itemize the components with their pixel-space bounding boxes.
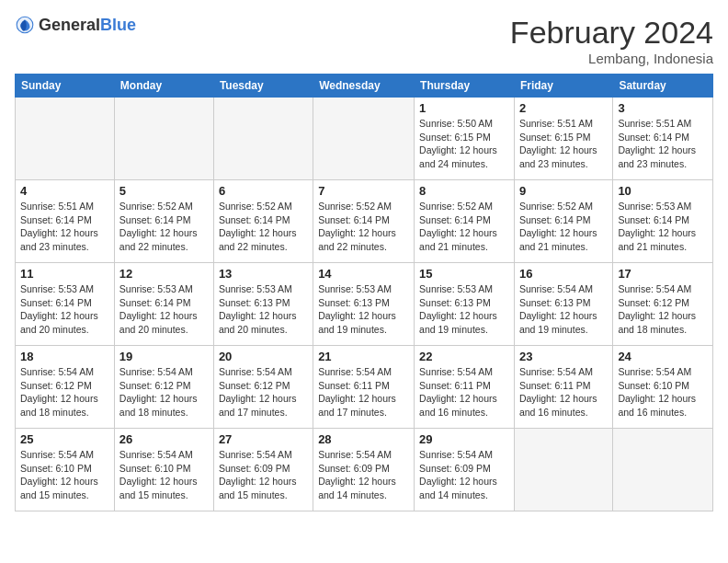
calendar-cell: 7Sunrise: 5:52 AMSunset: 6:14 PMDaylight… [313, 180, 415, 263]
day-info: Sunrise: 5:53 AMSunset: 6:14 PMDaylight:… [618, 200, 708, 254]
calendar-cell: 18Sunrise: 5:54 AMSunset: 6:12 PMDayligh… [16, 346, 115, 429]
day-number: 5 [119, 184, 209, 198]
calendar-cell [114, 98, 213, 180]
week-row-4: 18Sunrise: 5:54 AMSunset: 6:12 PMDayligh… [16, 346, 713, 429]
day-info: Sunrise: 5:54 AMSunset: 6:09 PMDaylight:… [419, 448, 509, 502]
day-info: Sunrise: 5:53 AMSunset: 6:13 PMDaylight:… [318, 282, 409, 337]
calendar-cell: 13Sunrise: 5:53 AMSunset: 6:13 PMDayligh… [213, 263, 313, 346]
calendar-cell: 11Sunrise: 5:53 AMSunset: 6:14 PMDayligh… [16, 263, 115, 346]
col-header-saturday: Saturday [613, 75, 713, 98]
day-number: 11 [20, 267, 109, 281]
calendar-cell: 6Sunrise: 5:52 AMSunset: 6:14 PMDaylight… [213, 180, 313, 263]
day-info: Sunrise: 5:52 AMSunset: 6:14 PMDaylight:… [318, 200, 409, 254]
calendar-cell: 3Sunrise: 5:51 AMSunset: 6:14 PMDaylight… [613, 98, 713, 180]
day-number: 29 [419, 432, 509, 446]
logo-icon [15, 15, 35, 35]
day-number: 25 [20, 432, 109, 446]
calendar-cell: 17Sunrise: 5:54 AMSunset: 6:12 PMDayligh… [613, 263, 713, 346]
day-number: 8 [419, 184, 509, 198]
day-number: 15 [419, 267, 509, 281]
day-number: 13 [219, 267, 308, 281]
day-number: 6 [219, 184, 308, 198]
calendar-cell: 22Sunrise: 5:54 AMSunset: 6:11 PMDayligh… [415, 346, 515, 429]
col-header-tuesday: Tuesday [213, 75, 313, 98]
calendar-cell: 12Sunrise: 5:53 AMSunset: 6:14 PMDayligh… [114, 263, 213, 346]
calendar-cell: 9Sunrise: 5:52 AMSunset: 6:14 PMDaylight… [514, 180, 612, 263]
day-number: 2 [519, 101, 608, 115]
week-row-3: 11Sunrise: 5:53 AMSunset: 6:14 PMDayligh… [16, 263, 713, 346]
day-info: Sunrise: 5:54 AMSunset: 6:11 PMDaylight:… [419, 365, 509, 419]
calendar-cell [613, 429, 713, 511]
day-number: 21 [318, 350, 409, 363]
day-info: Sunrise: 5:54 AMSunset: 6:09 PMDaylight:… [219, 448, 308, 502]
col-header-wednesday: Wednesday [313, 75, 415, 98]
day-number: 16 [519, 267, 608, 281]
day-info: Sunrise: 5:52 AMSunset: 6:14 PMDaylight:… [219, 200, 308, 254]
calendar-cell: 19Sunrise: 5:54 AMSunset: 6:12 PMDayligh… [114, 346, 213, 429]
day-info: Sunrise: 5:53 AMSunset: 6:14 PMDaylight:… [20, 282, 109, 337]
day-number: 24 [618, 350, 708, 363]
calendar-cell: 8Sunrise: 5:52 AMSunset: 6:14 PMDaylight… [415, 180, 515, 263]
calendar-cell [213, 98, 313, 180]
day-info: Sunrise: 5:52 AMSunset: 6:14 PMDaylight:… [419, 200, 509, 254]
week-row-1: 1Sunrise: 5:50 AMSunset: 6:15 PMDaylight… [16, 98, 713, 180]
calendar-cell: 28Sunrise: 5:54 AMSunset: 6:09 PMDayligh… [313, 429, 415, 511]
calendar-cell: 21Sunrise: 5:54 AMSunset: 6:11 PMDayligh… [313, 346, 415, 429]
col-header-sunday: Sunday [16, 75, 115, 98]
day-number: 27 [219, 432, 308, 446]
week-row-5: 25Sunrise: 5:54 AMSunset: 6:10 PMDayligh… [16, 429, 713, 511]
calendar-table: SundayMondayTuesdayWednesdayThursdayFrid… [15, 74, 713, 511]
day-number: 4 [20, 184, 109, 198]
calendar-cell: 26Sunrise: 5:54 AMSunset: 6:10 PMDayligh… [114, 429, 213, 511]
calendar-cell: 1Sunrise: 5:50 AMSunset: 6:15 PMDaylight… [415, 98, 515, 180]
calendar-cell: 4Sunrise: 5:51 AMSunset: 6:14 PMDaylight… [16, 180, 115, 263]
calendar-cell: 24Sunrise: 5:54 AMSunset: 6:10 PMDayligh… [613, 346, 713, 429]
day-info: Sunrise: 5:54 AMSunset: 6:13 PMDaylight:… [519, 282, 608, 337]
day-info: Sunrise: 5:54 AMSunset: 6:12 PMDaylight:… [20, 365, 109, 419]
calendar-cell: 25Sunrise: 5:54 AMSunset: 6:10 PMDayligh… [16, 429, 115, 511]
week-row-2: 4Sunrise: 5:51 AMSunset: 6:14 PMDaylight… [16, 180, 713, 263]
calendar-cell: 16Sunrise: 5:54 AMSunset: 6:13 PMDayligh… [514, 263, 612, 346]
day-number: 9 [519, 184, 608, 198]
day-number: 12 [119, 267, 209, 281]
day-info: Sunrise: 5:51 AMSunset: 6:14 PMDaylight:… [618, 117, 708, 171]
calendar-cell [16, 98, 115, 180]
day-info: Sunrise: 5:54 AMSunset: 6:11 PMDaylight:… [318, 365, 409, 419]
header-row: SundayMondayTuesdayWednesdayThursdayFrid… [16, 75, 713, 98]
day-number: 22 [419, 350, 509, 363]
day-info: Sunrise: 5:54 AMSunset: 6:10 PMDaylight:… [119, 448, 209, 502]
calendar-cell: 5Sunrise: 5:52 AMSunset: 6:14 PMDaylight… [114, 180, 213, 263]
col-header-monday: Monday [114, 75, 213, 98]
calendar-cell: 10Sunrise: 5:53 AMSunset: 6:14 PMDayligh… [613, 180, 713, 263]
day-info: Sunrise: 5:51 AMSunset: 6:15 PMDaylight:… [519, 117, 608, 171]
day-number: 1 [419, 101, 509, 115]
logo-text: GeneralBlue [39, 16, 136, 35]
day-info: Sunrise: 5:54 AMSunset: 6:12 PMDaylight:… [219, 365, 308, 419]
month-title: February 2024 [510, 15, 713, 51]
col-header-thursday: Thursday [415, 75, 515, 98]
day-number: 17 [618, 267, 708, 281]
day-number: 14 [318, 267, 409, 281]
day-number: 18 [20, 350, 109, 363]
day-number: 28 [318, 432, 409, 446]
day-number: 23 [519, 350, 608, 363]
calendar-cell: 15Sunrise: 5:53 AMSunset: 6:13 PMDayligh… [415, 263, 515, 346]
day-info: Sunrise: 5:54 AMSunset: 6:09 PMDaylight:… [318, 448, 409, 502]
day-number: 20 [219, 350, 308, 363]
col-header-friday: Friday [514, 75, 612, 98]
calendar-cell: 29Sunrise: 5:54 AMSunset: 6:09 PMDayligh… [415, 429, 515, 511]
location: Lembang, Indonesia [510, 51, 713, 66]
day-info: Sunrise: 5:53 AMSunset: 6:13 PMDaylight:… [219, 282, 308, 337]
day-number: 10 [618, 184, 708, 198]
calendar-cell [313, 98, 415, 180]
day-info: Sunrise: 5:52 AMSunset: 6:14 PMDaylight:… [119, 200, 209, 254]
page-header: GeneralBlue February 2024 Lembang, Indon… [15, 15, 713, 66]
day-number: 7 [318, 184, 409, 198]
day-number: 3 [618, 101, 708, 115]
day-info: Sunrise: 5:50 AMSunset: 6:15 PMDaylight:… [419, 117, 509, 171]
logo: GeneralBlue [15, 15, 136, 35]
calendar-cell: 23Sunrise: 5:54 AMSunset: 6:11 PMDayligh… [514, 346, 612, 429]
calendar-cell: 27Sunrise: 5:54 AMSunset: 6:09 PMDayligh… [213, 429, 313, 511]
day-info: Sunrise: 5:54 AMSunset: 6:10 PMDaylight:… [20, 448, 109, 502]
day-info: Sunrise: 5:54 AMSunset: 6:12 PMDaylight:… [119, 365, 209, 419]
